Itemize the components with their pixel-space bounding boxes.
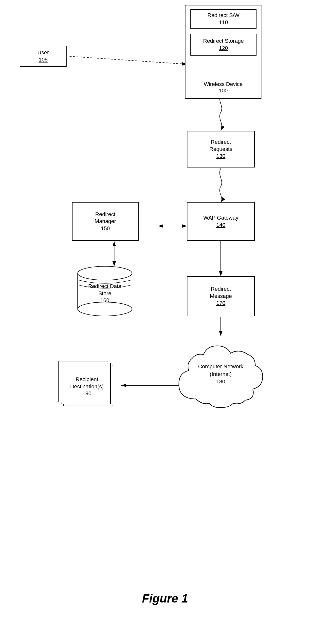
user-label: User	[37, 49, 49, 56]
redirect-storage-number: 120	[219, 45, 228, 52]
recipient-destinations-label: RecipientDestination(s)	[70, 376, 104, 390]
wap-gateway-box: WAP Gateway 140	[187, 202, 255, 241]
wap-gateway-number: 140	[216, 222, 225, 229]
redirect-message-number: 170	[216, 300, 225, 307]
diagram: User 105 Redirect S/W 110 Redirect Stora…	[0, 0, 330, 618]
redirect-storage-label: Redirect Storage	[203, 38, 244, 45]
redirect-sw-label: Redirect S/W	[207, 12, 239, 19]
redirect-data-store-label: Redirect DataStore	[88, 283, 122, 296]
redirect-manager-number: 150	[101, 225, 110, 232]
redirect-data-store-number: 160	[100, 297, 110, 303]
redirect-message-label: RedirectMessage	[210, 286, 232, 300]
redirect-manager-label: RedirectManager	[95, 211, 116, 225]
redirect-manager-box: RedirectManager 150	[72, 202, 139, 241]
recipient-destinations-number: 190	[82, 390, 92, 396]
figure-caption: Figure 1	[0, 592, 330, 605]
computer-network-cloud: Computer Network(Internet) 180	[171, 335, 270, 414]
redirect-requests-label: RedirectRequests	[209, 138, 232, 153]
svg-point-11	[78, 266, 132, 280]
wap-gateway-label: WAP Gateway	[203, 214, 238, 222]
redirect-requests-box: RedirectRequests 130	[187, 131, 255, 168]
redirect-data-store: Redirect DataStore 160	[75, 266, 134, 316]
redirect-sw-number: 110	[219, 19, 228, 26]
redirect-storage-box: Redirect Storage 120	[190, 34, 257, 56]
wireless-device-label: Wireless Device 100	[185, 81, 261, 94]
user-box: User 105	[20, 46, 67, 67]
redirect-sw-box: Redirect S/W 110	[190, 9, 257, 29]
svg-line-4	[70, 56, 187, 64]
computer-network-label: Computer Network(Internet)	[198, 364, 243, 377]
computer-network-number: 180	[216, 378, 225, 384]
user-number: 105	[39, 56, 48, 64]
svg-point-12	[78, 302, 132, 316]
recipient-destinations: RecipientDestination(s) 190	[57, 361, 121, 411]
redirect-message-box: RedirectMessage 170	[187, 276, 255, 316]
redirect-requests-number: 130	[216, 153, 225, 160]
